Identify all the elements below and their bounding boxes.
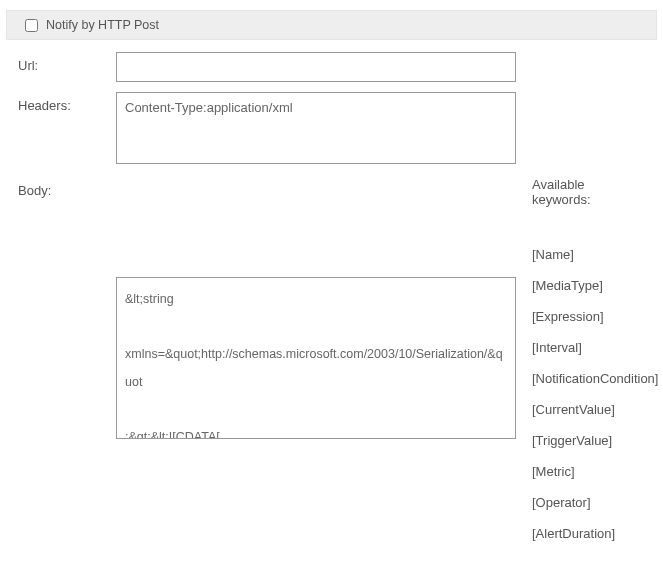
body-textarea-wrap bbox=[116, 277, 516, 442]
body-label: Body: bbox=[18, 177, 116, 198]
keyword-item: [CurrentValue] bbox=[532, 402, 658, 417]
keyword-item: [Expression] bbox=[532, 309, 658, 324]
keyword-item: [TriggerValue] bbox=[532, 433, 658, 448]
section-header: Notify by HTTP Post bbox=[6, 10, 657, 40]
keyword-item: [Interval] bbox=[532, 340, 658, 355]
keywords-title: Available keywords: bbox=[532, 177, 645, 207]
headers-label: Headers: bbox=[18, 92, 116, 113]
keyword-item: [AlertDuration] bbox=[532, 526, 658, 541]
url-row: Url: bbox=[18, 52, 645, 82]
keyword-item: [MediaType] bbox=[532, 278, 658, 293]
keywords-title-col: Available keywords: bbox=[516, 177, 645, 207]
keyword-item: [NotificationCondition] bbox=[532, 371, 658, 386]
notify-checkbox-label[interactable]: Notify by HTTP Post bbox=[25, 18, 159, 32]
headers-input[interactable] bbox=[116, 92, 516, 164]
headers-field-col bbox=[116, 92, 516, 167]
notify-checkbox[interactable] bbox=[25, 19, 38, 32]
keyword-item: [Operator] bbox=[532, 495, 658, 510]
headers-row: Headers: bbox=[18, 92, 645, 167]
keyword-item: [Metric] bbox=[532, 464, 658, 479]
url-label: Url: bbox=[18, 52, 116, 73]
body-labels-row: Body: Available keywords: bbox=[18, 177, 645, 207]
form-area: Url: Headers: Body: Available keywords: … bbox=[0, 40, 663, 561]
keywords-list: [Name] [MediaType] [Expression] [Interva… bbox=[516, 247, 658, 541]
url-field-col bbox=[116, 52, 516, 82]
body-content-row: [Name] [MediaType] [Expression] [Interva… bbox=[18, 277, 645, 541]
notify-checkbox-text: Notify by HTTP Post bbox=[46, 18, 159, 32]
body-input[interactable] bbox=[116, 277, 516, 439]
url-input[interactable] bbox=[116, 52, 516, 82]
keyword-item: [Name] bbox=[532, 247, 658, 262]
